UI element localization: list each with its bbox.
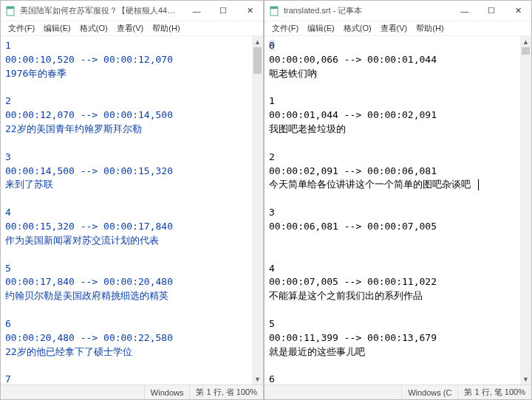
status-position: 第 1 行, 省 100%	[189, 385, 263, 399]
scroll-up-icon[interactable]: ▲	[252, 36, 263, 47]
menu-format[interactable]: 格式(O)	[75, 23, 112, 34]
statusbar: Windows 第 1 行, 省 100%	[1, 385, 263, 399]
menu-format[interactable]: 格式(O)	[339, 23, 376, 34]
notepad-window-left: 美国陆军如何在苏军服役？【硬核狠人44】_哔哩哔... — ☐ ✕ 文件(F) …	[0, 0, 264, 400]
menu-help[interactable]: 帮助(H)	[148, 23, 184, 34]
vertical-scrollbar[interactable]: ▲ ▼	[252, 36, 263, 385]
minimize-button[interactable]: —	[183, 1, 210, 21]
titlebar[interactable]: translated.srt - 记事本 — ☐ ✕	[265, 1, 531, 21]
text-caret	[478, 179, 479, 190]
notepad-icon	[5, 6, 16, 16]
menu-view[interactable]: 查看(V)	[112, 23, 149, 34]
menu-file[interactable]: 文件(F)	[4, 23, 39, 34]
scroll-down-icon[interactable]: ▼	[252, 373, 263, 385]
srt-body-2: 3 00:00:06,081 --> 00:00:07,005 4 00:00:…	[269, 207, 525, 385]
close-button[interactable]: ✕	[505, 1, 531, 21]
minimize-button[interactable]: —	[451, 1, 478, 21]
menubar: 文件(F) 编辑(E) 格式(O) 查看(V) 帮助(H)	[1, 21, 263, 36]
text-area[interactable]: 1 00:00:10,520 --> 00:00:12,070 1976年的春季…	[1, 36, 263, 385]
status-position: 第 1 行, 笔 100%	[457, 385, 531, 399]
statusbar: Windows (C 第 1 行, 笔 100%	[265, 385, 531, 399]
close-button[interactable]: ✕	[236, 1, 263, 21]
scroll-thumb[interactable]	[522, 47, 530, 55]
menu-file[interactable]: 文件(F)	[267, 23, 303, 34]
window-title: translated.srt - 记事本	[284, 5, 451, 16]
scroll-up-icon[interactable]: ▲	[520, 36, 531, 47]
status-encoding: Windows (C	[401, 385, 457, 399]
menu-help[interactable]: 帮助(H)	[412, 23, 448, 34]
status-encoding: Windows	[144, 385, 190, 399]
svg-rect-1	[7, 7, 14, 9]
srt-body: 1 00:00:10,520 --> 00:00:12,070 1976年的春季…	[5, 40, 173, 385]
vertical-scrollbar[interactable]: ▲ ▼	[520, 36, 531, 385]
srt-first-char: 0	[269, 40, 275, 51]
window-controls: — ☐ ✕	[451, 1, 531, 21]
desktop: 美国陆军如何在苏军服役？【硬核狠人44】_哔哩哔... — ☐ ✕ 文件(F) …	[0, 0, 532, 400]
scroll-down-icon[interactable]: ▼	[520, 373, 531, 385]
notepad-icon	[269, 6, 279, 16]
window-title: 美国陆军如何在苏军服役？【硬核狠人44】_哔哩哔...	[20, 5, 183, 16]
window-controls: — ☐ ✕	[183, 1, 263, 21]
text-area[interactable]: 0 00:00:00,066 --> 00:00:01,044 呃老铁们吶 1 …	[265, 36, 531, 385]
maximize-button[interactable]: ☐	[210, 1, 236, 21]
maximize-button[interactable]: ☐	[478, 1, 505, 21]
menu-edit[interactable]: 编辑(E)	[39, 23, 75, 34]
menubar: 文件(F) 编辑(E) 格式(O) 查看(V) 帮助(H)	[265, 21, 531, 36]
menu-view[interactable]: 查看(V)	[376, 23, 412, 34]
menu-edit[interactable]: 编辑(E)	[303, 23, 339, 34]
notepad-window-right: translated.srt - 记事本 — ☐ ✕ 文件(F) 编辑(E) 格…	[264, 0, 532, 400]
srt-body-1: 00:00:00,066 --> 00:00:01,044 呃老铁们吶 1 00…	[269, 54, 471, 190]
scroll-thumb[interactable]	[253, 47, 262, 74]
titlebar[interactable]: 美国陆军如何在苏军服役？【硬核狠人44】_哔哩哔... — ☐ ✕	[1, 1, 263, 21]
svg-rect-3	[270, 7, 278, 9]
